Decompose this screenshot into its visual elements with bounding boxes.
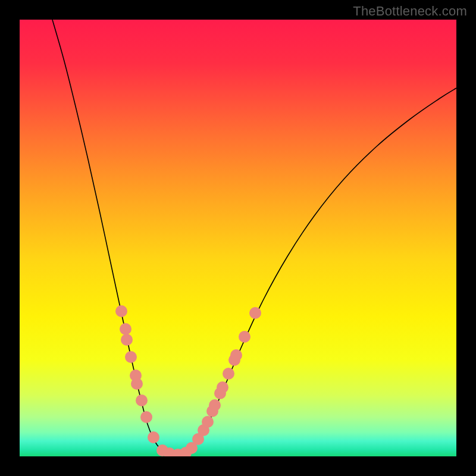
data-point bbox=[148, 431, 159, 443]
data-point bbox=[249, 307, 261, 319]
data-point bbox=[202, 416, 214, 428]
data-point bbox=[209, 399, 221, 411]
right-curve bbox=[180, 88, 456, 455]
data-point bbox=[223, 368, 234, 380]
data-point bbox=[131, 378, 143, 390]
data-point bbox=[121, 334, 133, 346]
data-point bbox=[140, 411, 152, 423]
data-point bbox=[239, 331, 250, 343]
chart-svg bbox=[20, 20, 456, 456]
plot-area bbox=[20, 20, 456, 456]
watermark-text: TheBottleneck.com bbox=[353, 4, 467, 19]
data-point bbox=[125, 351, 137, 363]
left-curve bbox=[52, 20, 180, 455]
data-point bbox=[230, 349, 242, 361]
data-point bbox=[115, 305, 127, 317]
data-point bbox=[120, 323, 131, 335]
data-point bbox=[217, 381, 228, 393]
chart-frame: TheBottleneck.com bbox=[0, 0, 476, 476]
data-point bbox=[136, 394, 148, 406]
left-dots bbox=[115, 305, 192, 456]
